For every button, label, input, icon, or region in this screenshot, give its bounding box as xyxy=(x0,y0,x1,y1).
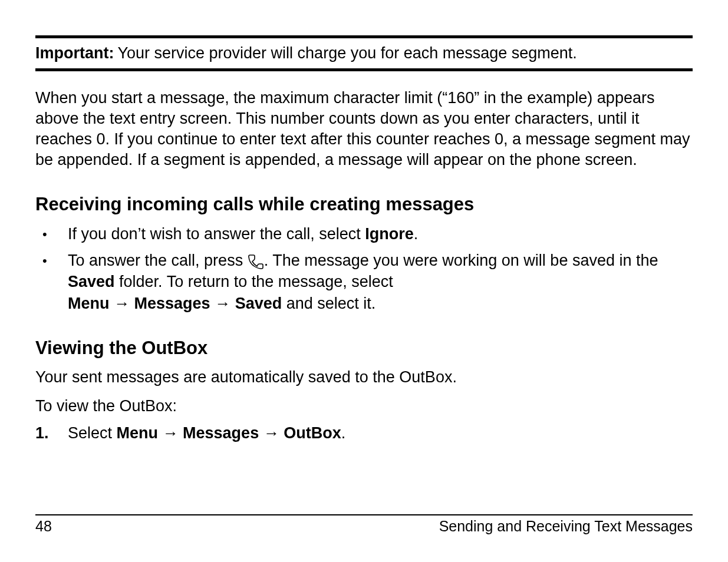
bullet-icon: • xyxy=(35,250,68,314)
bullet-text: If you don’t wish to answer the call, se… xyxy=(68,223,693,244)
heading-viewing-outbox: Viewing the OutBox xyxy=(35,338,693,359)
arrow-icon: → xyxy=(158,424,183,442)
page-number: 48 xyxy=(35,518,52,535)
page-footer: 48 Sending and Receiving Text Messages xyxy=(35,514,693,535)
messages-label: Messages xyxy=(183,424,259,442)
saved-label: Saved xyxy=(68,273,115,290)
paragraph-outbox-lead: To view the OutBox: xyxy=(35,396,693,416)
step-text: Select Menu → Messages → OutBox. xyxy=(68,422,693,444)
outbox-label: OutBox xyxy=(284,424,341,442)
heading-receiving-calls: Receiving incoming calls while creating … xyxy=(35,194,693,215)
important-label: Important: xyxy=(35,43,117,64)
bullet-item-answer: • To answer the call, press . The messag… xyxy=(35,250,693,314)
text: folder. To return to the message, select xyxy=(115,273,393,290)
important-callout: Important: Your service provider will ch… xyxy=(35,35,693,71)
ignore-label: Ignore xyxy=(365,225,414,243)
arrow-icon: → xyxy=(210,295,235,312)
bullet-list: • If you don’t wish to answer the call, … xyxy=(35,223,693,314)
step-number: 1. xyxy=(35,422,68,444)
text: . The message you were working on will b… xyxy=(264,252,658,269)
messages-label: Messages xyxy=(134,295,210,312)
text: . xyxy=(414,225,419,243)
manual-page: Important: Your service provider will ch… xyxy=(0,0,728,562)
arrow-icon: → xyxy=(110,295,134,312)
menu-label: Menu xyxy=(117,424,159,442)
text: To answer the call, press xyxy=(68,252,248,269)
arrow-icon: → xyxy=(259,424,284,442)
text: . xyxy=(341,424,346,442)
bullet-icon: • xyxy=(35,223,68,244)
call-key-icon xyxy=(248,253,264,270)
menu-label: Menu xyxy=(68,295,110,312)
ordered-list: 1. Select Menu → Messages → OutBox. xyxy=(35,422,693,444)
chapter-title: Sending and Receiving Text Messages xyxy=(439,518,693,535)
text: and select it. xyxy=(282,295,375,312)
important-text: Your service provider will charge you fo… xyxy=(117,43,693,64)
text: Select xyxy=(68,424,117,442)
bullet-item-ignore: • If you don’t wish to answer the call, … xyxy=(35,223,693,244)
saved-label: Saved xyxy=(235,295,282,312)
paragraph-char-limit: When you start a message, the maximum ch… xyxy=(35,88,693,170)
paragraph-outbox-intro: Your sent messages are automatically sav… xyxy=(35,367,693,388)
bullet-text: To answer the call, press . The message … xyxy=(68,250,693,314)
text: If you don’t wish to answer the call, se… xyxy=(68,225,365,243)
step-1: 1. Select Menu → Messages → OutBox. xyxy=(35,422,693,444)
